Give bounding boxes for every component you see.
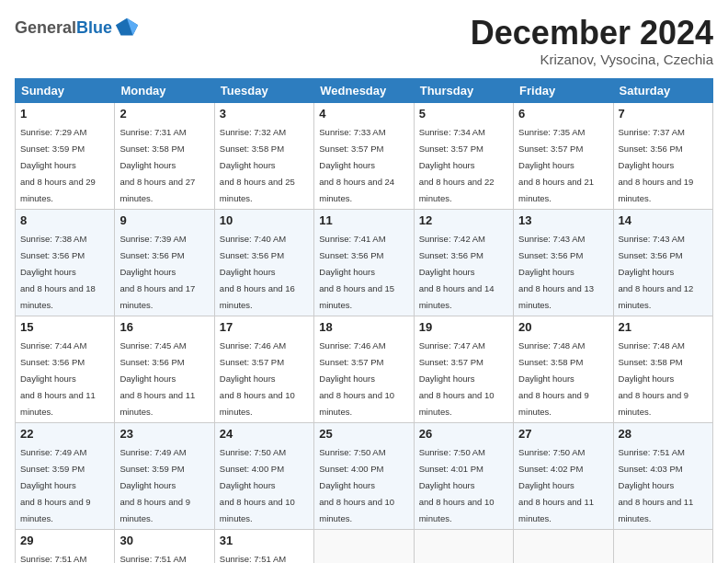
day-detail: Sunrise: 7:51 AMSunset: 4:03 PMDaylight … [20, 554, 96, 563]
col-saturday: Saturday [613, 78, 712, 102]
table-row: 18Sunrise: 7:46 AMSunset: 3:57 PMDayligh… [314, 316, 414, 422]
day-detail: Sunrise: 7:51 AMSunset: 4:03 PMDaylight … [619, 447, 694, 523]
col-monday: Monday [115, 78, 214, 102]
table-row: 17Sunrise: 7:46 AMSunset: 3:57 PMDayligh… [214, 316, 313, 422]
empty-cell [314, 529, 414, 563]
day-detail: Sunrise: 7:46 AMSunset: 3:57 PMDaylight … [220, 340, 295, 417]
month-title: December 2024 [471, 15, 713, 52]
table-row: 3Sunrise: 7:32 AMSunset: 3:58 PMDaylight… [214, 102, 313, 209]
day-detail: Sunrise: 7:41 AMSunset: 3:56 PMDaylight … [319, 234, 394, 310]
table-row: 28Sunrise: 7:51 AMSunset: 4:03 PMDayligh… [613, 422, 712, 529]
logo-icon [114, 15, 140, 40]
day-detail: Sunrise: 7:49 AMSunset: 3:59 PMDaylight … [119, 447, 190, 523]
day-detail: Sunrise: 7:34 AMSunset: 3:57 PMDaylight … [419, 127, 495, 203]
day-number: 29 [20, 534, 109, 547]
day-number: 5 [419, 107, 508, 121]
day-detail: Sunrise: 7:47 AMSunset: 3:57 PMDaylight … [419, 340, 495, 417]
calendar-row: 15Sunrise: 7:44 AMSunset: 3:56 PMDayligh… [16, 316, 713, 422]
day-number: 2 [119, 107, 209, 121]
table-row: 25Sunrise: 7:50 AMSunset: 4:00 PMDayligh… [314, 422, 414, 529]
day-number: 22 [20, 427, 109, 441]
table-row: 24Sunrise: 7:50 AMSunset: 4:00 PMDayligh… [214, 422, 313, 529]
day-detail: Sunrise: 7:50 AMSunset: 4:00 PMDaylight … [220, 447, 295, 523]
location-subtitle: Krizanov, Vysocina, Czechia [471, 52, 713, 67]
table-row: 26Sunrise: 7:50 AMSunset: 4:01 PMDayligh… [414, 422, 513, 529]
day-detail: Sunrise: 7:48 AMSunset: 3:58 PMDaylight … [619, 340, 689, 417]
table-row: 8Sunrise: 7:38 AMSunset: 3:56 PMDaylight… [16, 209, 115, 316]
table-row: 4Sunrise: 7:33 AMSunset: 3:57 PMDaylight… [314, 102, 414, 209]
table-row: 12Sunrise: 7:42 AMSunset: 3:56 PMDayligh… [414, 209, 513, 316]
day-detail: Sunrise: 7:39 AMSunset: 3:56 PMDaylight … [119, 234, 195, 310]
day-detail: Sunrise: 7:42 AMSunset: 3:56 PMDaylight … [419, 234, 495, 310]
table-row: 31Sunrise: 7:51 AMSunset: 4:05 PMDayligh… [214, 529, 313, 563]
day-detail: Sunrise: 7:43 AMSunset: 3:56 PMDaylight … [619, 234, 694, 310]
day-number: 14 [619, 213, 708, 227]
day-number: 19 [419, 320, 508, 334]
day-detail: Sunrise: 7:50 AMSunset: 4:02 PMDaylight … [518, 447, 594, 523]
day-detail: Sunrise: 7:49 AMSunset: 3:59 PMDaylight … [20, 447, 91, 523]
calendar-row: 8Sunrise: 7:38 AMSunset: 3:56 PMDaylight… [16, 209, 713, 316]
table-row: 29Sunrise: 7:51 AMSunset: 4:03 PMDayligh… [16, 529, 115, 563]
calendar-header-row: Sunday Monday Tuesday Wednesday Thursday… [16, 78, 713, 102]
day-number: 3 [220, 107, 309, 121]
calendar-table: Sunday Monday Tuesday Wednesday Thursday… [15, 78, 713, 563]
table-row: 10Sunrise: 7:40 AMSunset: 3:56 PMDayligh… [214, 209, 313, 316]
page-header: General Blue December 2024 Krizanov, Vys… [15, 15, 713, 67]
day-detail: Sunrise: 7:35 AMSunset: 3:57 PMDaylight … [518, 127, 594, 203]
calendar-row: 22Sunrise: 7:49 AMSunset: 3:59 PMDayligh… [16, 422, 713, 529]
day-detail: Sunrise: 7:43 AMSunset: 3:56 PMDaylight … [518, 234, 594, 310]
day-number: 25 [319, 427, 408, 441]
col-wednesday: Wednesday [314, 78, 414, 102]
table-row: 21Sunrise: 7:48 AMSunset: 3:58 PMDayligh… [613, 316, 712, 422]
day-detail: Sunrise: 7:46 AMSunset: 3:57 PMDaylight … [319, 340, 394, 417]
day-number: 26 [419, 427, 508, 441]
day-detail: Sunrise: 7:29 AMSunset: 3:59 PMDaylight … [20, 127, 96, 203]
day-detail: Sunrise: 7:51 AMSunset: 4:05 PMDaylight … [220, 554, 295, 563]
logo: General Blue [15, 15, 140, 40]
day-detail: Sunrise: 7:50 AMSunset: 4:00 PMDaylight … [319, 447, 394, 523]
calendar-row: 1Sunrise: 7:29 AMSunset: 3:59 PMDaylight… [16, 102, 713, 209]
day-number: 21 [619, 320, 708, 334]
day-detail: Sunrise: 7:32 AMSunset: 3:58 PMDaylight … [220, 127, 295, 203]
col-thursday: Thursday [414, 78, 513, 102]
col-tuesday: Tuesday [214, 78, 313, 102]
col-sunday: Sunday [16, 78, 115, 102]
day-number: 13 [518, 213, 608, 227]
table-row: 20Sunrise: 7:48 AMSunset: 3:58 PMDayligh… [514, 316, 613, 422]
table-row: 6Sunrise: 7:35 AMSunset: 3:57 PMDaylight… [514, 102, 613, 209]
day-number: 17 [220, 320, 309, 334]
col-friday: Friday [514, 78, 613, 102]
calendar-row: 29Sunrise: 7:51 AMSunset: 4:03 PMDayligh… [16, 529, 713, 563]
day-number: 24 [220, 427, 309, 441]
logo-general: General [15, 18, 76, 38]
day-number: 6 [518, 107, 608, 121]
day-detail: Sunrise: 7:33 AMSunset: 3:57 PMDaylight … [319, 127, 394, 203]
day-number: 12 [419, 213, 508, 227]
day-detail: Sunrise: 7:37 AMSunset: 3:56 PMDaylight … [619, 127, 694, 203]
table-row: 13Sunrise: 7:43 AMSunset: 3:56 PMDayligh… [514, 209, 613, 316]
table-row: 9Sunrise: 7:39 AMSunset: 3:56 PMDaylight… [115, 209, 214, 316]
empty-cell [414, 529, 513, 563]
table-row: 14Sunrise: 7:43 AMSunset: 3:56 PMDayligh… [613, 209, 712, 316]
day-number: 18 [319, 320, 408, 334]
logo-blue: Blue [76, 18, 112, 38]
day-detail: Sunrise: 7:38 AMSunset: 3:56 PMDaylight … [20, 234, 96, 310]
table-row: 16Sunrise: 7:45 AMSunset: 3:56 PMDayligh… [115, 316, 214, 422]
day-number: 31 [220, 534, 309, 547]
day-number: 7 [619, 107, 708, 121]
day-detail: Sunrise: 7:31 AMSunset: 3:58 PMDaylight … [119, 127, 195, 203]
day-detail: Sunrise: 7:51 AMSunset: 4:04 PMDaylight … [119, 554, 195, 563]
table-row: 23Sunrise: 7:49 AMSunset: 3:59 PMDayligh… [115, 422, 214, 529]
day-number: 10 [220, 213, 309, 227]
table-row: 5Sunrise: 7:34 AMSunset: 3:57 PMDaylight… [414, 102, 513, 209]
table-row: 27Sunrise: 7:50 AMSunset: 4:02 PMDayligh… [514, 422, 613, 529]
table-row: 1Sunrise: 7:29 AMSunset: 3:59 PMDaylight… [16, 102, 115, 209]
day-detail: Sunrise: 7:45 AMSunset: 3:56 PMDaylight … [119, 340, 195, 417]
day-detail: Sunrise: 7:48 AMSunset: 3:58 PMDaylight … [518, 340, 589, 417]
empty-cell [613, 529, 712, 563]
day-number: 15 [20, 320, 109, 334]
empty-cell [514, 529, 613, 563]
table-row: 7Sunrise: 7:37 AMSunset: 3:56 PMDaylight… [613, 102, 712, 209]
table-row: 11Sunrise: 7:41 AMSunset: 3:56 PMDayligh… [314, 209, 414, 316]
day-number: 4 [319, 107, 408, 121]
